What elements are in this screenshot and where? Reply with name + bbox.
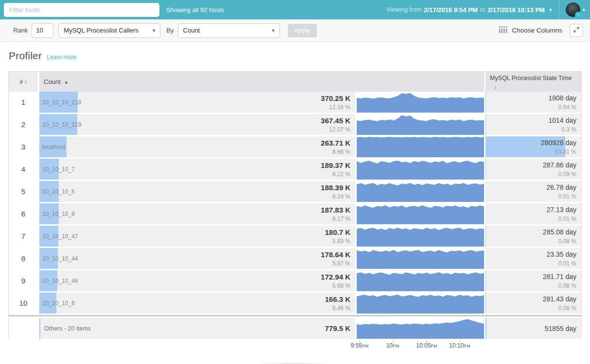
table-row[interactable]: 8 10_10_10_44 178.64 K 5.87 % 23.35 day … xyxy=(9,248,581,269)
rank-number: 8 xyxy=(21,254,25,263)
filter-hosts-input[interactable] xyxy=(4,3,159,17)
count-percent: 6.22 % xyxy=(332,171,350,178)
sparkline-cell[interactable] xyxy=(357,114,484,135)
count-cell[interactable]: 10_10_10_44 178.64 K 5.87 % xyxy=(39,248,355,269)
count-cell[interactable]: 10_10_10_6 166.3 K 5.46 % xyxy=(39,293,355,314)
sparkline-cell[interactable] xyxy=(357,203,484,224)
host-label: localhost xyxy=(42,144,65,150)
user-menu[interactable]: ✓ ▾ xyxy=(566,2,585,17)
host-label: 10_10_10_219 xyxy=(42,121,81,128)
summary-rank-cell xyxy=(9,318,38,339)
state-time-cell[interactable]: 281.43 day 0.08 % xyxy=(486,293,581,314)
count-cell[interactable]: 10_10_10_218 370.25 K 12.16 % xyxy=(39,92,355,113)
summary-state-time-cell[interactable]: 51855 day xyxy=(486,318,581,339)
avatar[interactable]: ✓ xyxy=(566,2,580,17)
table-row[interactable]: 1 10_10_10_218 370.25 K 12.16 % 1808 day… xyxy=(9,92,581,113)
sparkline-cell[interactable] xyxy=(357,92,484,113)
rank-cell: 2 xyxy=(9,114,38,135)
count-cell[interactable]: 10_10_10_7 189.37 K 6.22 % xyxy=(39,159,355,180)
state-time-percent: 0.3 % xyxy=(561,126,576,133)
table-row[interactable]: 2 10_10_10_219 367.45 K 12.07 % 1014 day… xyxy=(9,114,581,135)
sparkline-cell[interactable] xyxy=(357,248,484,269)
state-time-cell[interactable]: 1808 day 0.54 % xyxy=(486,92,581,113)
count-cell[interactable]: 10_10_10_8 187.83 K 6.17 % xyxy=(39,203,355,224)
state-time-value: 287.86 day xyxy=(543,161,576,169)
summary-sparkline-cell[interactable] xyxy=(357,318,484,339)
table-row[interactable]: 10 10_10_10_6 166.3 K 5.46 % 281.43 day … xyxy=(9,293,581,314)
count-cell[interactable]: 10_10_10_47 180.7 K 5.93 % xyxy=(39,226,355,247)
column-header-state-time[interactable]: MySQL Processlist State Time ▲▼ xyxy=(486,72,581,92)
rank-input[interactable] xyxy=(32,23,53,38)
host-label: 10_10_10_47 xyxy=(42,233,78,240)
host-label: 10_10_10_8 xyxy=(42,211,75,217)
count-percent: 12.16 % xyxy=(329,104,350,111)
table-row[interactable]: 6 10_10_10_8 187.83 K 6.17 % 27.13 day 0… xyxy=(9,203,581,224)
rank-number: 10 xyxy=(19,299,28,307)
rank-label: Rank xyxy=(13,27,28,34)
sparkline-chart xyxy=(357,293,484,314)
state-time-cell[interactable]: 26.78 day 0.01 % xyxy=(486,181,581,202)
sparkline-cell[interactable] xyxy=(357,270,484,291)
metric-select[interactable]: Count ▾ xyxy=(178,23,280,38)
choose-columns-button[interactable]: Choose Columns xyxy=(512,27,562,34)
count-percent: 12.07 % xyxy=(329,126,350,133)
count-percent: 5.93 % xyxy=(332,238,350,245)
dimension-select[interactable]: MySQL Processlist Callers ▾ xyxy=(58,23,160,38)
state-time-percent: 0.08 % xyxy=(558,305,576,312)
count-value: 187.83 K xyxy=(321,206,350,214)
state-time-cell[interactable]: 280928 day 83.41 % xyxy=(486,136,581,157)
host-label: 10_10_10_46 xyxy=(42,278,78,284)
count-percent: 6.19 % xyxy=(332,193,350,200)
sparkline-cell[interactable] xyxy=(357,181,484,202)
count-cell[interactable]: 10_10_10_219 367.45 K 12.07 % xyxy=(39,114,355,135)
time-range-selector[interactable]: Viewing from 2/17/2016 9:54 PM to 2/17/2… xyxy=(386,6,552,14)
sparkline-cell[interactable] xyxy=(357,293,484,314)
count-cell[interactable]: 10_10_10_46 172.94 K 5.68 % xyxy=(39,270,355,291)
viewing-from-label: Viewing from xyxy=(386,6,421,13)
dimension-select-value: MySQL Processlist Callers xyxy=(64,27,138,34)
state-time-percent: 0.01 % xyxy=(558,193,576,200)
sparkline-cell[interactable] xyxy=(357,136,484,157)
count-percent: 8.66 % xyxy=(332,149,350,155)
sparkline-cell[interactable] xyxy=(357,159,484,180)
chevron-down-icon: ▾ xyxy=(582,7,585,13)
count-cell[interactable]: localhost 263.71 K 8.66 % xyxy=(39,136,355,157)
state-time-cell[interactable]: 23.35 day 0.01 % xyxy=(486,248,581,269)
column-header-count[interactable]: Count ▲ xyxy=(39,72,484,92)
profiler-table: # ▲▼ Count ▲ MySQL Processlist State Tim… xyxy=(8,71,582,339)
axis-label: 10PM xyxy=(386,342,399,349)
app-window: Showing all 92 hosts Viewing from 2/17/2… xyxy=(0,0,590,364)
fullscreen-button[interactable] xyxy=(570,24,583,37)
count-header-label: Count xyxy=(44,78,61,85)
table-row[interactable]: 7 10_10_10_47 180.7 K 5.93 % 285.08 day … xyxy=(9,226,581,247)
state-time-value: 1808 day xyxy=(548,94,576,102)
from-date: 2/17/2016 9:54 PM xyxy=(424,6,478,14)
state-time-cell[interactable]: 285.08 day 0.08 % xyxy=(486,226,581,247)
time-axis: 9:55PM10PM10:05PM10:10PM xyxy=(357,340,484,351)
state-time-cell[interactable]: 287.86 day 0.09 % xyxy=(486,159,581,180)
sort-icon: ▲▼ xyxy=(24,80,27,84)
summary-row[interactable]: Others - 20 items 779.5 K 51855 day xyxy=(9,318,581,338)
rank-cell: 5 xyxy=(9,181,38,202)
count-value: 367.45 K xyxy=(321,116,350,125)
column-header-rank[interactable]: # ▲▼ xyxy=(9,72,38,92)
state-time-cell[interactable]: 281.71 day 0.08 % xyxy=(486,270,581,291)
count-percent: 6.17 % xyxy=(332,215,350,222)
sparkline-cell[interactable] xyxy=(357,226,484,247)
axis-label: 9:55PM xyxy=(351,342,369,349)
state-time-cell[interactable]: 1014 day 0.3 % xyxy=(486,114,581,135)
learn-more-link[interactable]: Learn more xyxy=(47,54,76,61)
table-row[interactable]: 4 10_10_10_7 189.37 K 6.22 % 287.86 day … xyxy=(9,159,581,180)
summary-count-cell[interactable]: Others - 20 items 779.5 K xyxy=(39,318,355,339)
profiler-toolbar: Rank MySQL Processlist Callers ▾ By Coun… xyxy=(0,19,590,42)
rank-cell: 8 xyxy=(9,248,38,269)
table-row[interactable]: 3 localhost 263.71 K 8.66 % 280928 day 8… xyxy=(9,136,581,157)
count-cell[interactable]: 10_10_10_5 188.39 K 6.19 % xyxy=(39,181,355,202)
apply-button[interactable]: Apply xyxy=(288,24,317,37)
state-time-bar xyxy=(486,92,486,113)
table-row[interactable]: 9 10_10_10_46 172.94 K 5.68 % 281.71 day… xyxy=(9,270,581,291)
table-row[interactable]: 5 10_10_10_5 188.39 K 6.19 % 26.78 day 0… xyxy=(9,181,581,202)
state-time-cell[interactable]: 27.13 day 0.01 % xyxy=(486,203,581,224)
sparkline-chart xyxy=(357,92,484,113)
state-time-percent: 0.09 % xyxy=(558,171,576,178)
